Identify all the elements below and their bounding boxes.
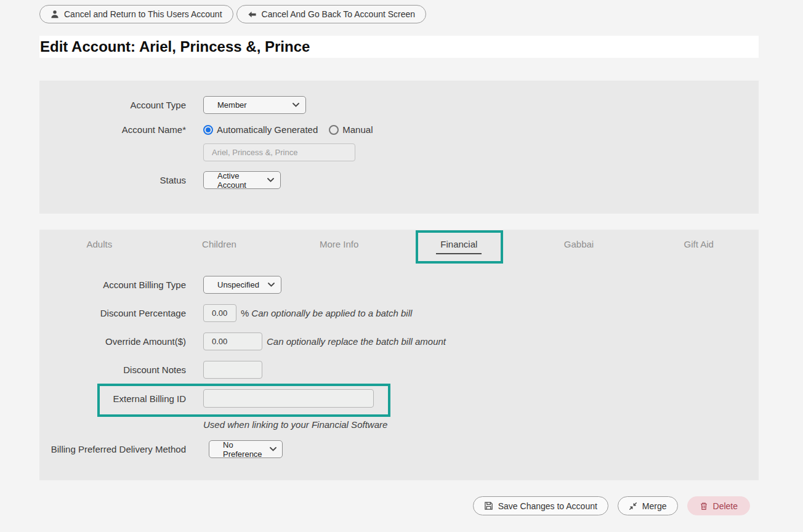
status-value: Active Account bbox=[217, 171, 260, 190]
page-title: Edit Account: Ariel, Princess &, Prince bbox=[39, 38, 310, 55]
top-button-bar: Cancel and Return to This Users Account … bbox=[39, 5, 426, 23]
footer-button-bar: Save Changes to Account Merge Delete bbox=[473, 496, 750, 515]
account-type-select[interactable]: Member bbox=[203, 96, 306, 114]
merge-button[interactable]: Merge bbox=[618, 496, 678, 515]
status-select[interactable]: Active Account bbox=[203, 171, 281, 189]
percent-suffix: % bbox=[241, 308, 249, 318]
cancel-go-back-label: Cancel And Go Back To Account Screen bbox=[262, 9, 416, 19]
billing-type-label: Account Billing Type bbox=[39, 280, 186, 290]
billing-type-value: Unspecified bbox=[217, 280, 259, 289]
chevron-down-icon bbox=[268, 283, 275, 287]
save-icon bbox=[484, 501, 493, 510]
account-type-value: Member bbox=[217, 100, 247, 110]
account-panel: Account Type Member Account Name* Automa… bbox=[39, 81, 759, 214]
discount-percentage-label: Discount Percentage bbox=[39, 308, 186, 318]
delete-label: Delete bbox=[713, 501, 738, 511]
account-name-input[interactable] bbox=[203, 143, 355, 161]
title-bar: Edit Account: Ariel, Princess &, Prince bbox=[39, 36, 759, 58]
tab-gift-aid[interactable]: Gift Aid bbox=[639, 230, 759, 264]
delivery-method-label: Billing Preferred Delivery Method bbox=[39, 444, 186, 454]
radio-automatically-generated-label: Automatically Generated bbox=[217, 124, 318, 135]
merge-icon bbox=[629, 502, 637, 510]
external-billing-label: External Billing ID bbox=[39, 393, 186, 404]
discount-percentage-input[interactable] bbox=[203, 304, 236, 322]
save-changes-label: Save Changes to Account bbox=[498, 501, 597, 511]
account-name-label: Account Name* bbox=[39, 124, 186, 135]
chevron-down-icon bbox=[293, 103, 299, 107]
tab-adults[interactable]: Adults bbox=[39, 230, 159, 264]
cancel-go-back-button[interactable]: Cancel And Go Back To Account Screen bbox=[236, 5, 427, 23]
discount-notes-input[interactable] bbox=[203, 361, 262, 379]
billing-type-select[interactable]: Unspecified bbox=[203, 276, 281, 294]
discount-percentage-hint: Can optionally be applied to a batch bil… bbox=[251, 308, 412, 318]
override-amount-input[interactable] bbox=[203, 332, 262, 350]
external-billing-input[interactable] bbox=[203, 389, 374, 408]
discount-notes-label: Discount Notes bbox=[39, 365, 186, 375]
override-amount-hint: Can optionally replace the batch bill am… bbox=[267, 336, 446, 347]
arrow-left-icon bbox=[248, 10, 257, 19]
financial-panel: Adults Children More Info Financial Gabb… bbox=[39, 230, 759, 480]
delete-button[interactable]: Delete bbox=[687, 496, 750, 515]
tab-gabbai[interactable]: Gabbai bbox=[519, 230, 639, 264]
tab-bar: Adults Children More Info Financial Gabb… bbox=[39, 230, 759, 264]
trash-icon bbox=[700, 502, 708, 510]
cancel-return-user-button[interactable]: Cancel and Return to This Users Account bbox=[39, 5, 233, 23]
user-icon bbox=[50, 10, 59, 18]
tab-financial[interactable]: Financial bbox=[399, 230, 519, 264]
account-type-label: Account Type bbox=[39, 100, 186, 110]
save-changes-button[interactable]: Save Changes to Account bbox=[473, 496, 608, 515]
override-amount-label: Override Amount($) bbox=[39, 336, 186, 347]
chevron-down-icon bbox=[267, 178, 274, 182]
chevron-down-icon bbox=[270, 447, 276, 451]
radio-automatically-generated[interactable] bbox=[203, 125, 213, 135]
delivery-method-value: No Preference bbox=[223, 440, 262, 459]
cancel-return-user-label: Cancel and Return to This Users Account bbox=[64, 9, 222, 19]
tab-more-info[interactable]: More Info bbox=[279, 230, 399, 264]
delivery-method-select[interactable]: No Preference bbox=[209, 440, 283, 458]
status-label: Status bbox=[39, 175, 186, 185]
radio-manual[interactable] bbox=[329, 125, 339, 135]
merge-label: Merge bbox=[642, 501, 667, 511]
radio-manual-label: Manual bbox=[342, 124, 373, 135]
tab-children[interactable]: Children bbox=[159, 230, 280, 264]
external-billing-note: Used when linking to your Financial Soft… bbox=[203, 419, 759, 430]
